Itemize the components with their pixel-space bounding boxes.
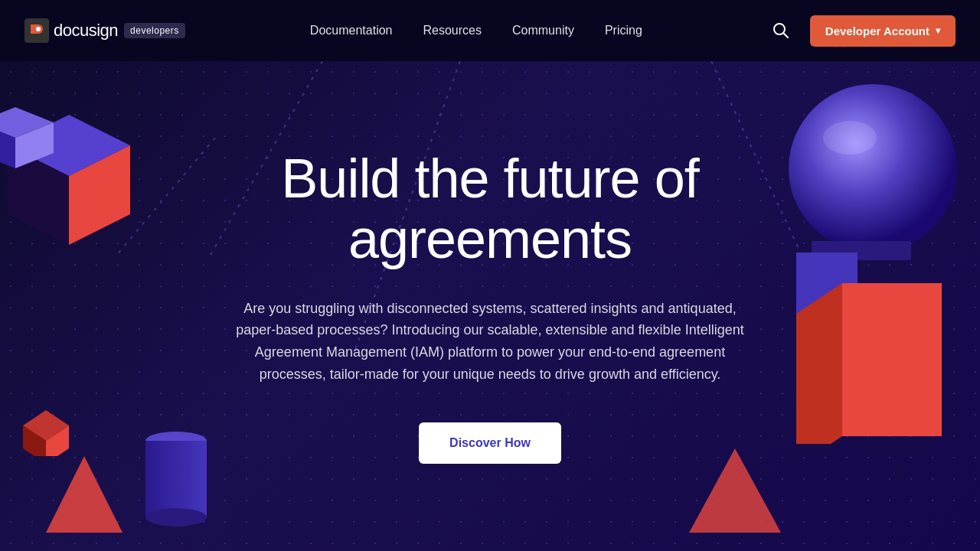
nav-link-pricing[interactable]: Pricing xyxy=(605,24,642,37)
logo-badge: developers xyxy=(124,23,185,38)
svg-point-1 xyxy=(36,27,41,31)
left-iso-block xyxy=(0,99,161,256)
nav-item-community[interactable]: Community xyxy=(512,24,574,37)
svg-marker-4 xyxy=(8,115,130,176)
nav-link-documentation[interactable]: Documentation xyxy=(310,24,393,37)
left-iso-svg xyxy=(0,99,161,253)
tri-left-svg xyxy=(46,456,122,533)
discover-how-button[interactable]: Discover How xyxy=(419,422,561,464)
hero-title: Build the future of agreements xyxy=(222,148,758,269)
svg-rect-21 xyxy=(842,283,942,436)
nav-right: Developer Account ▾ xyxy=(767,15,956,47)
hero-title-line1: Build the future of xyxy=(281,148,698,209)
nav-links: Documentation Resources Community Pricin… xyxy=(310,24,642,37)
nav-link-community[interactable]: Community xyxy=(512,24,574,37)
navbar: docusign developers Documentation Resour… xyxy=(0,0,980,61)
svg-marker-11 xyxy=(23,425,46,456)
nav-link-resources[interactable]: Resources xyxy=(423,24,481,37)
svg-marker-7 xyxy=(0,107,54,138)
svg-marker-12 xyxy=(46,425,69,456)
svg-marker-9 xyxy=(15,122,54,168)
hero-subtitle: Are you struggling with disconnected sys… xyxy=(222,298,758,386)
svg-marker-22 xyxy=(796,283,842,444)
svg-marker-10 xyxy=(23,410,69,441)
svg-rect-20 xyxy=(796,253,858,314)
svg-marker-8 xyxy=(0,122,15,168)
hero-title-line2: agreements xyxy=(348,208,632,269)
right-pedestal xyxy=(812,241,911,263)
developer-account-label: Developer Account xyxy=(825,24,929,37)
svg-rect-19 xyxy=(812,241,911,260)
docusign-logo[interactable]: docusign xyxy=(24,18,118,43)
search-button[interactable] xyxy=(767,17,795,44)
nav-item-documentation[interactable]: Documentation xyxy=(310,24,393,37)
right-block-svg xyxy=(796,253,949,444)
svg-marker-13 xyxy=(46,456,122,533)
sphere-svg xyxy=(781,77,965,260)
nav-item-pricing[interactable]: Pricing xyxy=(605,24,642,37)
svg-marker-5 xyxy=(8,145,69,245)
right-sphere xyxy=(781,77,965,263)
nav-item-resources[interactable]: Resources xyxy=(423,24,481,37)
developer-account-button[interactable]: Developer Account ▾ xyxy=(810,15,956,47)
bottom-left-triangle xyxy=(46,456,122,536)
hero-content: Build the future of agreements Are you s… xyxy=(191,148,789,464)
svg-point-17 xyxy=(789,84,957,253)
svg-line-3 xyxy=(783,34,788,38)
svg-point-16 xyxy=(145,508,207,527)
svg-point-18 xyxy=(823,121,877,155)
right-large-block xyxy=(796,253,949,447)
logo-area[interactable]: docusign developers xyxy=(24,18,185,43)
chevron-down-icon: ▾ xyxy=(936,25,940,36)
docusign-icon xyxy=(24,18,49,43)
red-box-svg xyxy=(23,403,84,456)
pedestal-svg xyxy=(812,241,911,260)
hero-section: Build the future of agreements Are you s… xyxy=(0,61,980,551)
bottom-left-red-box xyxy=(23,403,84,459)
search-icon xyxy=(773,22,789,39)
logo-brand-text: docusign xyxy=(54,21,118,41)
svg-marker-6 xyxy=(69,145,130,245)
